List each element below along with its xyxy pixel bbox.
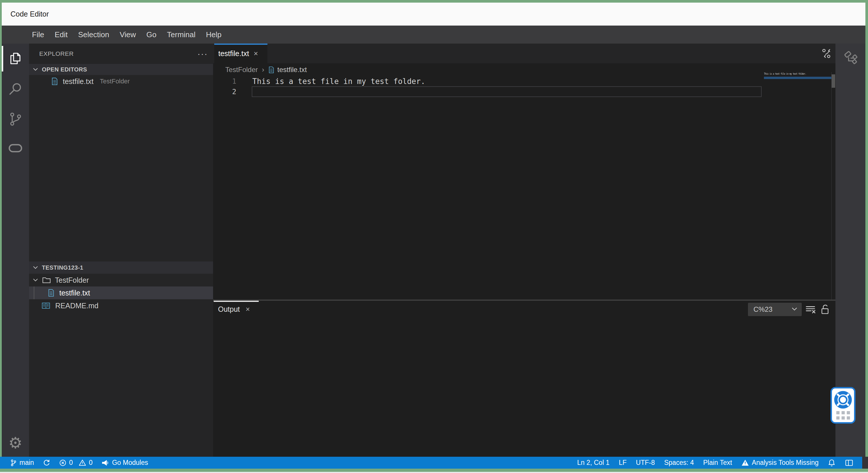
chevron-down-icon [33,67,38,71]
desktop-edge [0,472,868,473]
output-panel [213,301,835,457]
current-line-highlight [252,86,762,97]
menu-selection[interactable]: Selection [73,26,115,43]
output-channel-value: C%23 [753,305,772,314]
warning-filled-icon [741,459,749,467]
breadcrumb-folder[interactable]: TestFolder [225,66,258,74]
analysis-tools-warning[interactable]: Analysis Tools Missing [741,459,818,467]
life-ring-icon [834,391,852,409]
sidebar-more-actions-icon[interactable]: ··· [195,46,210,61]
panel-tab-label: Output [218,305,240,314]
chevron-down-icon [33,278,38,282]
section-label: OPEN EDITORS [42,66,87,73]
indent-indicator[interactable]: Spaces: 4 [664,459,694,467]
encoding-indicator[interactable]: UTF-8 [636,459,655,467]
compare-changes-icon[interactable] [819,47,833,60]
editor-scrollbar-thumb[interactable] [832,74,835,88]
cursor-position[interactable]: Ln 2, Col 1 [577,459,609,467]
tree-item-label: README.md [55,302,98,310]
problems-indicator[interactable]: 0 0 [59,459,93,467]
notifications-bell-icon[interactable] [828,459,835,467]
editor-pane[interactable] [213,76,835,299]
helper-widget[interactable] [831,387,856,423]
layout-panel-icon[interactable] [845,459,854,467]
active-tab-accent [214,43,268,45]
language-indicator[interactable]: Plain Text [703,459,732,467]
workflow-icon[interactable] [842,50,859,66]
text-file-icon [51,77,58,86]
source-control-icon[interactable] [2,111,29,127]
go-modules-indicator[interactable]: Go Modules [101,459,148,467]
tree-item-readme[interactable]: README.md [29,299,213,312]
line-number: 1 [213,77,236,86]
activity-bar [2,43,29,457]
breadcrumb-separator: › [262,66,264,74]
error-count: 0 [69,459,73,467]
open-editors-section-header[interactable]: OPEN EDITORS [29,64,213,75]
folder-icon [42,276,51,284]
menu-file[interactable]: File [27,26,50,43]
text-file-icon [48,289,55,297]
editor-tab-strip [213,43,835,63]
minimap[interactable]: This is a test file in my test folder. [764,73,831,76]
chevron-down-icon [791,307,798,312]
tree-indent-guide [34,286,34,299]
warning-icon [79,459,86,467]
menu-go[interactable]: Go [141,26,162,43]
open-editor-folder-badge: TestFolder [100,77,130,85]
editor-scrollbar[interactable] [831,72,835,299]
branch-indicator[interactable]: main [10,459,34,467]
menu-view[interactable]: View [115,26,141,43]
status-bar: main 0 0 Go Modules Ln 2, C [0,457,862,469]
tree-item-label: testfile.txt [59,289,90,297]
sidebar-header: EXPLORER [29,43,213,64]
git-branch-icon [10,459,17,467]
text-file-icon [268,66,274,73]
workspace-section-header[interactable]: TESTING123-1 [29,261,213,274]
explorer-sidebar [29,43,213,457]
go-modules-label: Go Modules [112,459,148,467]
settings-gear-icon[interactable]: ⚙ [2,435,29,451]
warning-count: 0 [89,459,93,467]
menu-edit[interactable]: Edit [50,26,73,43]
tab-close-icon[interactable]: × [254,49,258,58]
drag-grid-icon [836,411,850,419]
unlock-icon[interactable] [819,303,831,316]
sync-button[interactable] [43,459,50,467]
eol-indicator[interactable]: LF [619,459,627,467]
menu-terminal[interactable]: Terminal [162,26,200,43]
menu-help[interactable]: Help [201,26,227,43]
code-line-1[interactable]: 1 This is a test file in my test folder. [213,76,835,87]
sidebar-title: EXPLORER [39,50,73,57]
window-border-bottom [0,469,868,472]
explorer-icon[interactable] [2,51,29,67]
clear-output-icon[interactable] [804,303,817,316]
tab-testfile[interactable]: testfile.txt × [214,43,268,63]
code-text: This is a test file in my test folder. [252,77,425,86]
minimap-current-line-bar [764,77,831,79]
tree-item-label: TestFolder [55,276,89,284]
line-number: 2 [213,88,236,96]
tab-label: testfile.txt [218,50,249,58]
tree-item-testfile-selected[interactable]: testfile.txt [29,286,213,299]
search-icon[interactable] [2,81,29,97]
output-channel-select[interactable]: C%23 [748,303,802,316]
branch-name: main [20,459,34,467]
breadcrumb: TestFolder › testfile.txt [213,63,835,76]
breadcrumb-file[interactable]: testfile.txt [277,66,307,74]
oval-extension-icon[interactable] [2,140,29,156]
status-bar-corner [862,457,868,469]
window-border-right [865,3,868,472]
open-editor-item-testfile[interactable]: testfile.txt TestFolder [29,75,213,88]
chevron-down-icon [33,265,38,270]
error-icon [59,459,67,467]
sync-icon [43,459,50,467]
workspace-name: TESTING123-1 [42,264,84,271]
panel-tab-output[interactable]: Output × [214,302,278,316]
megaphone-icon [101,459,109,467]
tree-item-testfolder[interactable]: TestFolder [29,274,213,286]
title-bar: Code Editor [2,3,865,26]
panel-close-icon[interactable]: × [246,305,250,314]
window-border-top [0,0,868,3]
window-title: Code Editor [10,10,49,18]
